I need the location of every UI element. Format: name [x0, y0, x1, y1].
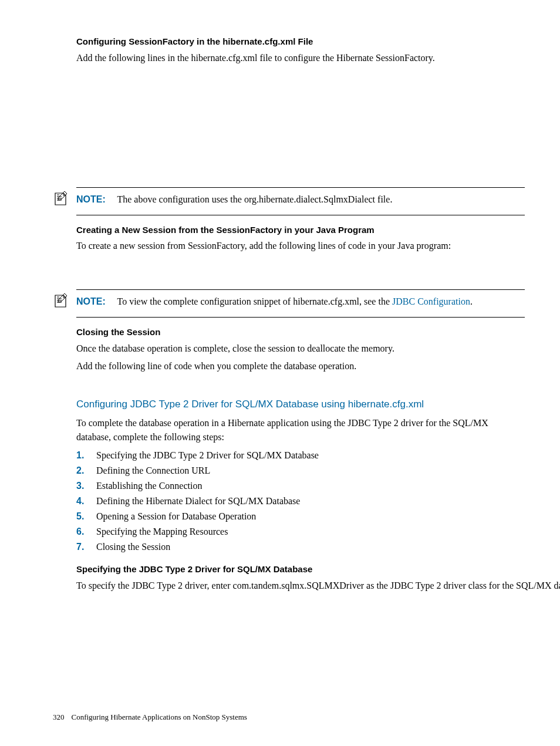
heading-new-session: Creating a New Session from the SessionF…: [76, 224, 525, 237]
para-specify-driver: To specify the JDBC Type 2 driver, enter…: [76, 579, 525, 593]
heading-closing-session: Closing the Session: [76, 326, 525, 339]
list-item: Opening a Session for Database Operation: [96, 509, 525, 524]
code-block-session: [76, 258, 525, 281]
list-item: Closing the Session: [96, 539, 525, 555]
link-jdbc-config[interactable]: JDBC Configuration: [392, 296, 470, 306]
heading-config-sessionfactory: Configuring SessionFactory in the hibern…: [76, 35, 525, 49]
steps-list: Specifying the JDBC Type 2 Driver for SQ…: [96, 448, 525, 555]
list-item: Defining the Hibernate Dialect for SQL/M…: [96, 494, 525, 509]
para-create-session: To create a new session from SessionFact…: [76, 239, 525, 253]
para-add-lines: Add the following lines in the hibernate…: [76, 51, 525, 65]
note-icon: [53, 293, 68, 309]
note-jdbc-config: NOTE: To view the complete configuration…: [76, 289, 525, 318]
page-number: 320: [53, 713, 65, 721]
section-heading-jdbc-t2: Configuring JDBC Type 2 Driver for SQL/M…: [76, 397, 525, 412]
list-item: Specifying the JDBC Type 2 Driver for SQ…: [96, 448, 525, 463]
code-block-sessionfactory: [76, 71, 525, 177]
page-footer: 320Configuring Hibernate Applications on…: [53, 711, 247, 723]
para-add-close-line: Add the following line of code when you …: [76, 359, 525, 373]
note-icon: [53, 191, 68, 207]
para-complete-steps: To complete the database operation in a …: [76, 416, 525, 444]
note-label: NOTE:: [76, 194, 106, 204]
note-dialect-file: NOTE: The above configuration uses the o…: [76, 187, 525, 215]
footer-title: Configuring Hibernate Applications on No…: [72, 713, 247, 721]
note-label: NOTE:: [76, 296, 106, 306]
heading-spec-jdbc-t2: Specifying the JDBC Type 2 Driver for SQ…: [76, 563, 525, 576]
para-close-dealloc: Once the database operation is complete,…: [76, 342, 525, 356]
list-item: Establishing the Connection: [96, 478, 525, 494]
list-item: Specifying the Mapping Resources: [96, 524, 525, 539]
list-item: Defining the Connection URL: [96, 463, 525, 478]
